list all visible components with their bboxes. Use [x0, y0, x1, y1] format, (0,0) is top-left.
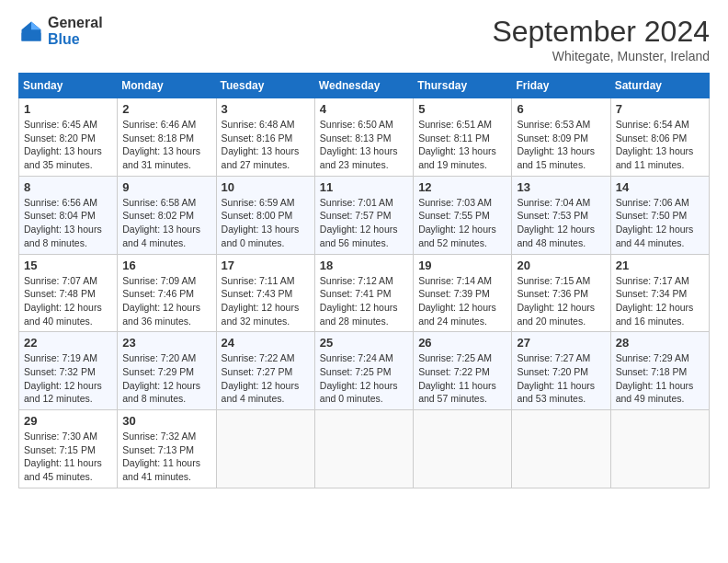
day-number: 28	[616, 336, 704, 350]
day-info: Sunrise: 6:53 AMSunset: 8:09 PMDaylight:…	[517, 118, 605, 172]
day-info: Sunrise: 7:17 AMSunset: 7:34 PMDaylight:…	[616, 274, 704, 328]
calendar-cell: 16Sunrise: 7:09 AMSunset: 7:46 PMDayligh…	[118, 254, 216, 332]
day-number: 16	[122, 259, 210, 272]
day-info: Sunrise: 6:58 AMSunset: 8:02 PMDaylight:…	[122, 196, 210, 250]
day-info: Sunrise: 7:14 AMSunset: 7:39 PMDaylight:…	[418, 274, 506, 328]
location-text: Whitegate, Munster, Ireland	[492, 49, 710, 63]
calendar-cell: 12Sunrise: 7:03 AMSunset: 7:55 PMDayligh…	[414, 176, 512, 254]
day-info: Sunrise: 7:04 AMSunset: 7:53 PMDaylight:…	[517, 196, 605, 250]
day-info: Sunrise: 7:19 AMSunset: 7:32 PMDaylight:…	[24, 351, 112, 406]
day-number: 23	[122, 336, 210, 350]
calendar-cell: 28Sunrise: 7:29 AMSunset: 7:18 PMDayligh…	[610, 332, 709, 410]
col-header-monday: Monday	[118, 74, 216, 98]
day-info: Sunrise: 7:32 AMSunset: 7:13 PMDaylight:…	[122, 430, 210, 484]
calendar-cell: 8Sunrise: 6:56 AMSunset: 8:04 PMDaylight…	[19, 176, 118, 254]
col-header-saturday: Saturday	[610, 74, 709, 98]
calendar-cell	[512, 410, 610, 488]
svg-marker-1	[31, 21, 41, 29]
page-header: General Blue September 2024 Whitegate, M…	[18, 15, 710, 63]
day-info: Sunrise: 6:56 AMSunset: 8:04 PMDaylight:…	[24, 196, 112, 250]
day-info: Sunrise: 7:12 AMSunset: 7:41 PMDaylight:…	[320, 274, 408, 328]
day-number: 7	[616, 102, 704, 116]
day-info: Sunrise: 6:50 AMSunset: 8:13 PMDaylight:…	[320, 118, 408, 172]
day-number: 1	[24, 102, 112, 116]
calendar-cell: 15Sunrise: 7:07 AMSunset: 7:48 PMDayligh…	[19, 254, 118, 332]
day-number: 4	[320, 102, 408, 116]
day-info: Sunrise: 7:11 AMSunset: 7:43 PMDaylight:…	[222, 274, 310, 328]
day-number: 24	[222, 336, 310, 350]
day-number: 19	[418, 259, 506, 272]
logo-blue-text: Blue	[48, 31, 103, 48]
day-info: Sunrise: 7:25 AMSunset: 7:22 PMDaylight:…	[418, 351, 506, 406]
day-number: 21	[616, 259, 704, 272]
day-number: 9	[122, 180, 210, 194]
day-number: 17	[222, 259, 310, 272]
svg-rect-2	[22, 32, 41, 40]
calendar-cell: 2Sunrise: 6:46 AMSunset: 8:18 PMDaylight…	[118, 98, 216, 177]
calendar-cell: 22Sunrise: 7:19 AMSunset: 7:32 PMDayligh…	[19, 332, 118, 410]
day-number: 27	[517, 336, 605, 350]
col-header-thursday: Thursday	[414, 74, 512, 98]
calendar-cell: 17Sunrise: 7:11 AMSunset: 7:43 PMDayligh…	[216, 254, 314, 332]
day-info: Sunrise: 7:07 AMSunset: 7:48 PMDaylight:…	[24, 274, 112, 328]
logo-general-text: General	[48, 15, 103, 31]
calendar-cell	[414, 410, 512, 488]
calendar-cell: 27Sunrise: 7:27 AMSunset: 7:20 PMDayligh…	[512, 332, 610, 410]
calendar-week-row: 22Sunrise: 7:19 AMSunset: 7:32 PMDayligh…	[19, 332, 710, 410]
calendar-cell: 13Sunrise: 7:04 AMSunset: 7:53 PMDayligh…	[512, 176, 610, 254]
day-info: Sunrise: 6:54 AMSunset: 8:06 PMDaylight:…	[616, 118, 704, 172]
day-number: 15	[24, 259, 112, 272]
day-number: 10	[222, 180, 310, 194]
col-header-wednesday: Wednesday	[314, 74, 413, 98]
calendar-week-row: 1Sunrise: 6:45 AMSunset: 8:20 PMDaylight…	[19, 98, 710, 177]
day-number: 26	[418, 336, 506, 350]
calendar-cell: 10Sunrise: 6:59 AMSunset: 8:00 PMDayligh…	[216, 176, 314, 254]
day-info: Sunrise: 7:27 AMSunset: 7:20 PMDaylight:…	[517, 351, 605, 406]
day-number: 14	[616, 180, 704, 194]
month-title: September 2024	[492, 15, 710, 49]
day-number: 20	[517, 259, 605, 272]
calendar-cell	[314, 410, 413, 488]
day-number: 30	[122, 414, 210, 428]
day-info: Sunrise: 7:01 AMSunset: 7:57 PMDaylight:…	[320, 196, 408, 250]
col-header-sunday: Sunday	[19, 74, 118, 98]
day-info: Sunrise: 6:59 AMSunset: 8:00 PMDaylight:…	[222, 196, 310, 250]
calendar-header-row: SundayMondayTuesdayWednesdayThursdayFrid…	[19, 74, 710, 98]
calendar-cell: 1Sunrise: 6:45 AMSunset: 8:20 PMDaylight…	[19, 98, 118, 177]
day-number: 18	[320, 259, 408, 272]
calendar-cell: 19Sunrise: 7:14 AMSunset: 7:39 PMDayligh…	[414, 254, 512, 332]
day-info: Sunrise: 6:51 AMSunset: 8:11 PMDaylight:…	[418, 118, 506, 172]
day-info: Sunrise: 7:22 AMSunset: 7:27 PMDaylight:…	[222, 351, 310, 406]
calendar-cell: 4Sunrise: 6:50 AMSunset: 8:13 PMDaylight…	[314, 98, 413, 177]
calendar-cell: 29Sunrise: 7:30 AMSunset: 7:15 PMDayligh…	[19, 410, 118, 488]
calendar-cell: 14Sunrise: 7:06 AMSunset: 7:50 PMDayligh…	[610, 176, 709, 254]
calendar-table: SundayMondayTuesdayWednesdayThursdayFrid…	[18, 73, 710, 488]
col-header-friday: Friday	[512, 74, 610, 98]
calendar-cell: 30Sunrise: 7:32 AMSunset: 7:13 PMDayligh…	[118, 410, 216, 488]
logo: General Blue	[18, 15, 103, 47]
day-info: Sunrise: 7:20 AMSunset: 7:29 PMDaylight:…	[122, 351, 210, 406]
day-info: Sunrise: 6:45 AMSunset: 8:20 PMDaylight:…	[24, 118, 112, 172]
day-number: 5	[418, 102, 506, 116]
calendar-cell: 18Sunrise: 7:12 AMSunset: 7:41 PMDayligh…	[314, 254, 413, 332]
day-info: Sunrise: 7:29 AMSunset: 7:18 PMDaylight:…	[616, 351, 704, 406]
calendar-week-row: 15Sunrise: 7:07 AMSunset: 7:48 PMDayligh…	[19, 254, 710, 332]
day-number: 11	[320, 180, 408, 194]
day-info: Sunrise: 7:09 AMSunset: 7:46 PMDaylight:…	[122, 274, 210, 328]
calendar-cell: 5Sunrise: 6:51 AMSunset: 8:11 PMDaylight…	[414, 98, 512, 177]
day-info: Sunrise: 6:48 AMSunset: 8:16 PMDaylight:…	[222, 118, 310, 172]
day-number: 29	[24, 414, 112, 428]
day-info: Sunrise: 6:46 AMSunset: 8:18 PMDaylight:…	[122, 118, 210, 172]
day-info: Sunrise: 7:03 AMSunset: 7:55 PMDaylight:…	[418, 196, 506, 250]
day-number: 2	[122, 102, 210, 116]
calendar-cell: 21Sunrise: 7:17 AMSunset: 7:34 PMDayligh…	[610, 254, 709, 332]
calendar-cell: 3Sunrise: 6:48 AMSunset: 8:16 PMDaylight…	[216, 98, 314, 177]
calendar-cell	[610, 410, 709, 488]
calendar-cell: 23Sunrise: 7:20 AMSunset: 7:29 PMDayligh…	[118, 332, 216, 410]
calendar-cell: 11Sunrise: 7:01 AMSunset: 7:57 PMDayligh…	[314, 176, 413, 254]
day-number: 3	[222, 102, 310, 116]
day-info: Sunrise: 7:06 AMSunset: 7:50 PMDaylight:…	[616, 196, 704, 250]
calendar-cell: 25Sunrise: 7:24 AMSunset: 7:25 PMDayligh…	[314, 332, 413, 410]
day-number: 13	[517, 180, 605, 194]
day-number: 22	[24, 336, 112, 350]
